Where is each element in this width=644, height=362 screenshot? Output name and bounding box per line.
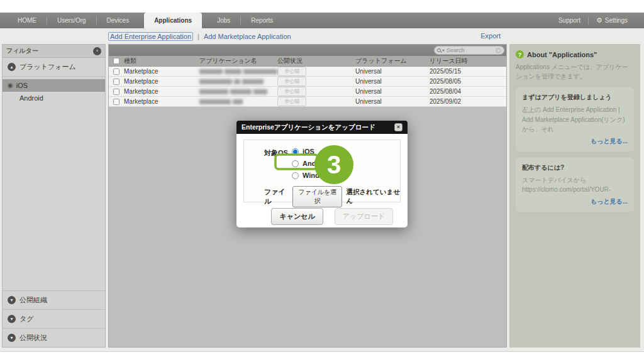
select-all-checkbox[interactable] [113, 58, 119, 64]
cell-type: Marketplace [124, 68, 199, 75]
cell-platform: Universal [355, 98, 430, 105]
section-platform-label: プラットフォーム [19, 62, 76, 72]
help-card-title: まずはアプリを登録しましょう [522, 93, 628, 102]
row-checkbox[interactable] [113, 79, 119, 85]
help-card-title: 配布するには? [522, 163, 628, 172]
radio-option-android[interactable]: Android [292, 160, 333, 167]
chevron-down-icon: ▾ [8, 334, 16, 342]
tab-users-org[interactable]: Users/Org [47, 13, 96, 28]
cell-platform: Universal [355, 78, 430, 85]
filter-item-android[interactable]: Android [3, 92, 105, 104]
selected-filter-icon: ◉ [8, 82, 13, 89]
choose-file-button[interactable]: ファイルを選択 [292, 186, 342, 207]
search-scope-dropdown-icon [442, 50, 445, 52]
cell-release-date: 2025/08/05 [430, 78, 506, 85]
help-sidebar: ? About "Applications" Applications メニュー… [509, 44, 640, 348]
section-publish-status-label: 公開状況 [19, 333, 47, 343]
filter-header: フィルター ‹ [3, 45, 105, 58]
cell-type: Marketplace [124, 98, 199, 105]
app-name-redacted [199, 79, 277, 84]
tab-home[interactable]: HOME [8, 13, 47, 28]
modal-form-box: 対象OS iOS Android Windows [243, 140, 401, 202]
status-badge: 非公開 [277, 77, 306, 86]
header-app-name[interactable]: アプリケーション名 [199, 57, 277, 65]
close-icon[interactable]: × [394, 123, 402, 131]
header-platform[interactable]: プラットフォーム [355, 57, 430, 65]
table-header-row: 種類 アプリケーション名 公開状況 プラットフォーム リリース日時 [109, 56, 506, 67]
table-row[interactable]: Marketplace 非公開 Universal 2025/05/15 [109, 67, 506, 77]
upload-enterprise-app-modal: Enterpriseアプリケーションをアップロード × 対象OS iOS And… [236, 121, 408, 228]
add-marketplace-application-link[interactable]: Add Marketplace Application [204, 33, 291, 40]
row-checkbox[interactable] [113, 69, 119, 75]
radio-option-ios[interactable]: iOS [292, 148, 333, 155]
header-release-date[interactable]: リリース日時 [430, 57, 506, 65]
top-nav: HOME Users/Org Devices Applications Jobs… [0, 13, 644, 28]
chevron-down-icon: ▾ [8, 296, 16, 304]
tab-devices[interactable]: Devices [97, 13, 140, 28]
status-badge: 非公開 [277, 87, 306, 96]
filter-bottom-sections: ▾ 公開組織 ▾ タグ ▾ 公開状況 [3, 290, 105, 347]
tab-applications[interactable]: Applications [144, 13, 202, 28]
gear-icon: ⚙ [596, 16, 602, 25]
help-card-body: 左上の Add Enterprise Application | Add Mar… [522, 106, 625, 133]
radio-android-label: Android [303, 160, 329, 167]
chevron-down-icon: ▾ [8, 315, 16, 323]
see-more-link[interactable]: もっと見る... [522, 137, 628, 146]
app-name-redacted [199, 89, 277, 94]
see-more-link[interactable]: もっと見る... [522, 197, 628, 206]
settings-label: Settings [605, 17, 628, 24]
cell-type: Marketplace [124, 78, 199, 85]
search-input[interactable]: Search × [434, 46, 504, 55]
filter-item-ios-label: iOS [16, 82, 28, 89]
search-clear-icon[interactable]: × [496, 48, 501, 53]
section-tag-label: タグ [19, 314, 34, 324]
row-checkbox[interactable] [113, 99, 119, 105]
tab-reports[interactable]: Reports [241, 13, 283, 28]
table-row[interactable]: Marketplace 非公開 Universal 2025/08/05 [109, 77, 506, 87]
cancel-button[interactable]: キャンセル [271, 208, 323, 225]
help-title: About "Applications" [527, 51, 597, 58]
support-link[interactable]: Support [551, 13, 588, 28]
cell-type: Marketplace [124, 88, 199, 95]
link-separator: | [197, 33, 199, 40]
filter-item-ios[interactable]: ◉ iOS [3, 79, 105, 92]
table-row[interactable]: Marketplace 非公開 Universal 2025/09/02 [109, 97, 506, 107]
header-publish-status[interactable]: 公開状況 [277, 57, 355, 65]
table-row[interactable]: Marketplace 非公開 Universal 2025/08/04 [109, 87, 506, 97]
help-card-body-line2: https://clomo.com/portal/YOUR- [522, 186, 611, 193]
modal-title-bar: Enterpriseアプリケーションをアップロード × [236, 121, 408, 134]
radio-unselected-icon[interactable] [292, 160, 299, 167]
filter-title: フィルター [6, 47, 38, 55]
radio-unselected-icon[interactable] [292, 172, 299, 179]
tab-jobs[interactable]: Jobs [207, 13, 240, 28]
clomo-admin-console: HOME Users/Org Devices Applications Jobs… [0, 0, 644, 362]
radio-option-windows[interactable]: Windows [292, 172, 333, 179]
section-publish-status[interactable]: ▾ 公開状況 [3, 328, 105, 347]
filter-sidebar: フィルター ‹ ▴ プラットフォーム ◉ iOS Android ▾ 公開組織 [2, 44, 106, 348]
collapse-panel-icon[interactable]: ‹ [93, 47, 101, 55]
actions-row: Add Enterprise Application | Add Marketp… [108, 32, 503, 41]
radio-ios-label: iOS [303, 148, 314, 155]
section-platform[interactable]: ▴ プラットフォーム [3, 58, 105, 77]
section-public-org[interactable]: ▾ 公開組織 [3, 290, 105, 309]
chevron-up-icon: ▴ [8, 63, 16, 71]
export-link[interactable]: Export [480, 32, 501, 40]
upload-button: アップロード [335, 208, 393, 225]
filter-item-android-label: Android [19, 94, 43, 102]
cell-platform: Universal [355, 68, 430, 75]
file-label: ファイル [264, 187, 289, 206]
file-status-text: 選択されていません [346, 188, 400, 206]
modal-title: Enterpriseアプリケーションをアップロード [242, 123, 375, 132]
header-type[interactable]: 種類 [124, 57, 199, 65]
help-description: Applications メニューでは、アプリケーションを管理できます。 [516, 62, 634, 81]
settings-button[interactable]: ⚙ Settings [589, 13, 635, 28]
section-tag[interactable]: ▾ タグ [3, 309, 105, 328]
help-card-distribute: 配布するには? スマートデバイスから https://clomo.com/por… [516, 158, 634, 212]
help-card-body-line1: スマートデバイスから [522, 177, 586, 184]
add-enterprise-application-link[interactable]: Add Enterprise Application [108, 32, 193, 41]
app-name-redacted [199, 69, 277, 74]
row-checkbox[interactable] [113, 89, 119, 95]
radio-windows-label: Windows [303, 172, 333, 179]
search-icon [437, 48, 441, 52]
radio-selected-icon[interactable] [292, 148, 299, 155]
